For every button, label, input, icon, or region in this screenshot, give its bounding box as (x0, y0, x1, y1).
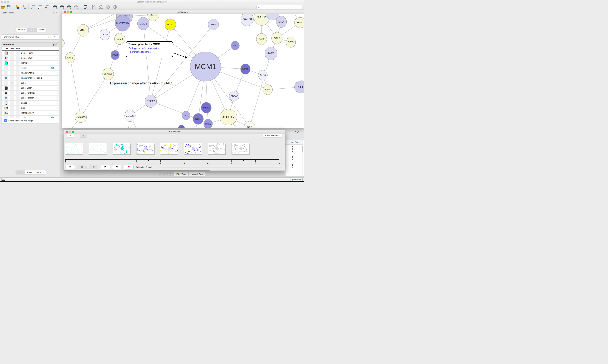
frame-thumbnail-3[interactable] (137, 143, 154, 155)
pause-button[interactable] (77, 165, 87, 169)
node-bottomnode[interactable] (178, 125, 185, 128)
node-cdc28[interactable]: CDC28 (124, 110, 135, 122)
node-ste4[interactable]: STE4 (276, 16, 287, 27)
tab-style[interactable]: Style (28, 28, 37, 32)
property-row-image-chart-position-1[interactable]: Image/Chart Position 1◀ (2, 76, 59, 81)
node-tup1[interactable]: TUP1 (244, 121, 255, 128)
play-button[interactable] (66, 165, 75, 169)
refresh-icon[interactable] (83, 5, 88, 9)
expand-row-icon[interactable]: ◀ (56, 107, 57, 109)
node-ynl047c[interactable]: YNL047C (75, 112, 87, 123)
properties-title[interactable]: Properties ▾ (3, 43, 15, 46)
node-gal2[interactable]: GAL2 (256, 33, 267, 45)
memory-button[interactable]: Memory (290, 178, 303, 182)
node-gcy1[interactable]: GCY1 (286, 37, 296, 47)
node-far1[interactable]: FAR1 (265, 47, 277, 60)
add-frame-button[interactable]: + (67, 134, 74, 137)
expand-row-icon[interactable]: ◀ (56, 102, 57, 104)
node-ste12[interactable]: STE12 (145, 95, 157, 107)
skip-to-end-button[interactable] (112, 165, 122, 169)
style-options-button[interactable]: ▼ (51, 35, 59, 39)
lock-size-checkbox[interactable]: ✓ (4, 119, 7, 122)
table-cell-value[interactable]: 1 (286, 153, 293, 156)
node-cdc42[interactable]: CDC42 (229, 91, 239, 101)
export-image-icon[interactable] (44, 5, 49, 9)
panel-tab-node[interactable]: Node (16, 170, 25, 174)
property-row-border-width[interactable]: 2.0Border Width◀ (2, 56, 59, 61)
expand-row-icon[interactable]: ◀ (56, 112, 57, 114)
expand-row-icon[interactable]: ◀ (56, 77, 57, 79)
property-row-label[interactable]: Label◀ (2, 81, 59, 86)
expand-row-icon[interactable]: ◀ (56, 72, 57, 74)
node-dmc1[interactable]: DMC1 (138, 17, 149, 30)
property-row-label-position[interactable]: Label Position◀ (2, 95, 59, 101)
node-mfa1[interactable]: MFA1 (201, 102, 211, 113)
float-panel-icon[interactable]: ▢ (294, 131, 297, 133)
expand-row-icon[interactable]: ◀ (56, 82, 57, 84)
export-network-icon[interactable] (30, 5, 35, 9)
search-input[interactable] (257, 5, 302, 9)
frame-thumbnail-1[interactable] (89, 143, 107, 155)
delete-frame-button[interactable]: 🗑 (80, 134, 87, 138)
zoom-fit-icon[interactable] (67, 5, 72, 9)
node-lsm2[interactable]: LSM2 (100, 29, 110, 40)
node-snf3[interactable]: SNF3 (65, 52, 75, 63)
property-row-shape[interactable]: Shape◀ (2, 101, 59, 106)
close-panel-icon[interactable]: ✗ (297, 131, 300, 133)
tab-network[interactable]: Network (16, 28, 28, 32)
table-cell-value[interactable]: 2 (286, 156, 293, 158)
annotation-box[interactable]: Transcription factor MCM1 Cell-type-spec… (126, 41, 173, 57)
export-table-icon[interactable] (37, 5, 42, 9)
table-cell-value[interactable]: 2 (286, 161, 293, 164)
timeline-playhead[interactable] (136, 139, 136, 157)
node-rps28a[interactable]: RPS28A (115, 15, 130, 31)
node-ste2[interactable]: STE2 (193, 113, 204, 124)
tab-select[interactable]: Select (37, 28, 47, 32)
frame-thumbnail-0[interactable] (65, 143, 83, 155)
panel-tab-edge[interactable]: Edge (25, 170, 34, 174)
annotation-link[interactable]: Pheromone response (129, 51, 151, 53)
save-icon[interactable] (6, 5, 11, 9)
task-history-button[interactable] (1, 178, 6, 182)
node-swi5[interactable]: SWI5 (208, 19, 219, 30)
frame-thumbnail-7[interactable] (232, 143, 249, 155)
table-column-stress[interactable]: Stres (294, 140, 303, 144)
node-dcp1[interactable]: DCP1 (148, 14, 159, 21)
table-tab-network-table[interactable]: Network Table (189, 172, 206, 176)
node-swi4[interactable]: SWI4 (263, 85, 273, 95)
node-mth1[interactable]: MTH1 (78, 24, 89, 36)
node-alpha2[interactable]: ALPHA2 (220, 109, 237, 125)
node-pdc5[interactable]: PDC5 (111, 51, 119, 60)
timeline[interactable]: 0123456789 Seconds (64, 138, 285, 164)
style-selector[interactable]: galFiltered Style ▼ (1, 35, 51, 39)
zoom-out-icon[interactable] (60, 5, 65, 9)
network-canvas[interactable]: RPS28BRPS28ADMC1DCP1PCK1MTH1LSM2LSM4SWI5… (62, 14, 304, 128)
table-scrollbar[interactable] (302, 145, 303, 176)
import-table-icon[interactable] (22, 5, 27, 9)
expand-row-icon[interactable]: ◀ (56, 92, 57, 94)
panel-tab-network[interactable]: Network (34, 170, 46, 174)
annotation-link[interactable]: Cell-type-specific transcription (129, 47, 159, 50)
frame-thumbnail-5[interactable] (184, 143, 202, 155)
expand-row-icon[interactable]: ◀ (56, 62, 57, 64)
table-cell-value[interactable]: 2 (286, 158, 293, 161)
table-cell-value[interactable]: 26 (286, 145, 293, 148)
stop-button[interactable] (89, 165, 98, 169)
node-pis1[interactable]: PIS1 (231, 41, 239, 50)
record-button[interactable] (124, 165, 133, 169)
node-hap2[interactable]: HAP2 (294, 17, 304, 28)
annotation-text[interactable]: Expression change after deletion of GAL1 (110, 81, 173, 85)
property-row-height[interactable]: Heighti◀ (2, 66, 59, 71)
clear-all-frames-button[interactable]: Clear All Frames (263, 134, 282, 137)
expand-row-icon[interactable]: ◀ (56, 87, 57, 89)
table-tab-edge-table[interactable]: Edge Table (174, 172, 189, 176)
network-window-titlebar[interactable]: galFiltered.sif (62, 11, 304, 14)
property-row-image-chart-1[interactable]: Image/Chart 1◀ (2, 71, 59, 76)
property-row-size[interactable]: 50.0Size◀ (2, 106, 59, 111)
property-row-label-color[interactable]: Label Color◀ (2, 86, 59, 91)
frame-thumbnail-4[interactable] (160, 143, 178, 155)
node-yil105c[interactable]: YIL105C (103, 68, 114, 80)
property-row-label-font-size[interactable]: 12Label Font Size◀ (2, 91, 59, 96)
node-bar1[interactable]: BAR1 (204, 119, 212, 128)
animation-speed-slider[interactable] (158, 167, 282, 168)
